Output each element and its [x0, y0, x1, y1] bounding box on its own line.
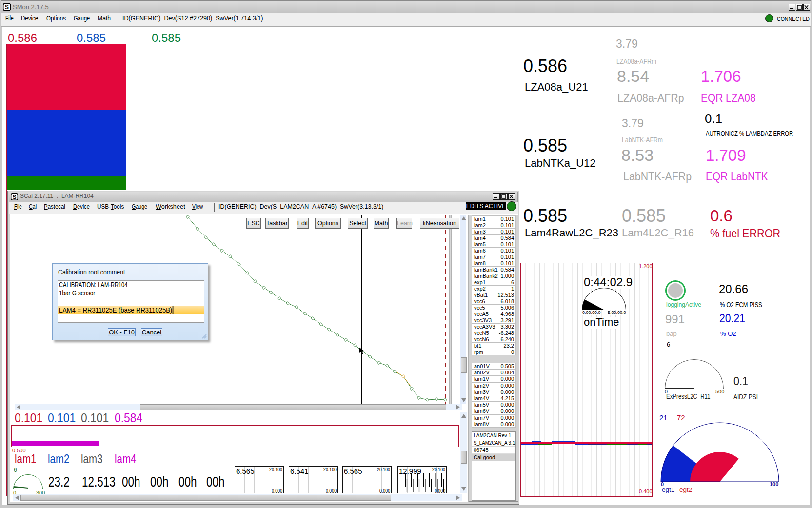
svg-text:S: S [5, 4, 9, 11]
svg-text:S: S [13, 194, 17, 200]
